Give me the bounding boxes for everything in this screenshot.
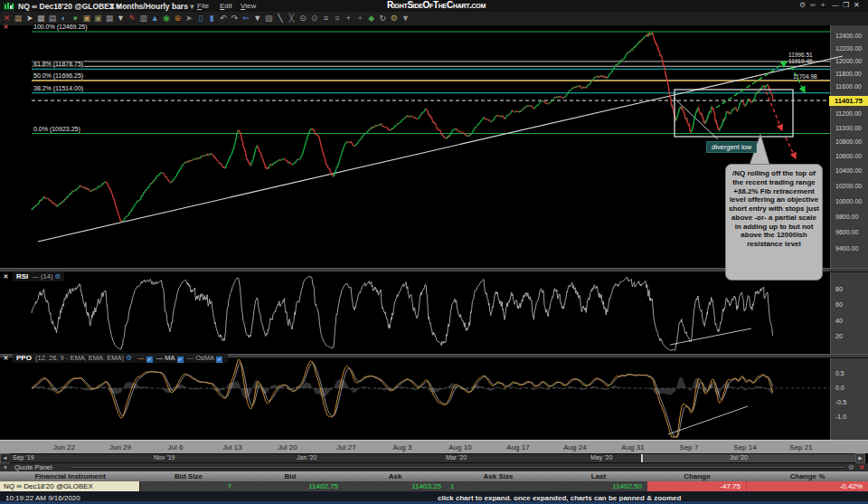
bars-icon[interactable]: ▥ — [138, 13, 148, 24]
rsi-settings-icon[interactable]: ⚙ — [55, 272, 61, 281]
close-price-pane-button[interactable]: ✕ — [2, 23, 10, 31]
last-price-tag: 11401.75 — [829, 96, 868, 106]
refresh-icon[interactable]: ↻ — [378, 13, 388, 24]
close-rsi-pane-button[interactable]: ✕ — [2, 272, 10, 281]
link-charts-icon[interactable]: ∞ — [810, 1, 816, 9]
quote-panel-titlebar[interactable]: ▾ Quote Panel ⚙ ✕ — [0, 463, 868, 471]
title-bar: NQ ∞ Dec18'20 @GLOBEX ▾ 3 Months/Hourly … — [0, 0, 868, 12]
quote-column-header[interactable]: Change — [647, 472, 747, 480]
trendline-icon[interactable]: ╲ — [275, 13, 285, 24]
rsi-header[interactable]: RSI — (14) ⚙ — [13, 271, 64, 281]
quote-column-header[interactable]: Bid Size — [140, 472, 237, 480]
ppo-checkbox[interactable]: ✓ — [146, 357, 153, 363]
price-tick-label: 9800.00 — [835, 214, 858, 220]
app-icon — [3, 2, 14, 11]
quote-last[interactable]: 11402.50 — [550, 481, 647, 491]
time-scrollbar[interactable]: ◄ Sep '19Nov '19Jan '20Mar '20May '20Jul… — [0, 453, 868, 463]
fib-level-label: 100.0% (12469.25) — [33, 24, 89, 30]
menu-view[interactable]: View — [241, 2, 256, 10]
price-tick-label: 12200.00 — [835, 45, 862, 52]
scroll-right-button[interactable]: ▶ — [855, 453, 865, 463]
quote-row[interactable]: NQ ∞ Dec18'20 @GLOBEX711402.7511403.2511… — [0, 481, 868, 491]
ppo-tick-label: 0.5 — [835, 370, 844, 376]
close-icon[interactable]: ✕ — [854, 1, 860, 9]
crossline-icon[interactable]: ╳ — [287, 13, 297, 24]
ppo-header[interactable]: PPO (12, 26, 9 - EMA, EMA, EMA) ⚙ —✓ — M… — [13, 353, 228, 363]
grid2-icon[interactable]: ▦ — [104, 13, 114, 24]
filter-icon[interactable]: ▼ — [252, 13, 262, 24]
quote-ask[interactable]: 11403.25 — [344, 481, 447, 491]
quote-bid-size[interactable]: 7 — [140, 481, 237, 491]
expand-v-icon[interactable]: + — [355, 13, 365, 24]
date-tick-label: Aug 10 — [448, 443, 471, 452]
quote-change-pct[interactable]: -0.42% — [747, 481, 868, 491]
wrench-icon[interactable]: ⚙ — [389, 13, 399, 24]
cursor2-icon[interactable]: ➤ — [184, 13, 194, 24]
folder2-icon[interactable]: ▣ — [93, 13, 103, 24]
date-tick-label: Jul 20 — [278, 443, 297, 452]
osma-checkbox[interactable]: ✓ — [216, 357, 222, 363]
mountain-icon[interactable]: ▲ — [150, 13, 160, 24]
quote-settings-icon[interactable]: ⚙ — [848, 463, 854, 471]
date-axis[interactable]: Jun 22Jun 29Jul 6Jul 13Jul 20Jul 27Aug 3… — [0, 440, 868, 454]
date-tick-label: Jun 29 — [109, 443, 131, 452]
zoom-out-icon[interactable]: ⊙ — [309, 13, 319, 24]
chart-tool-icon[interactable]: ▧ — [264, 13, 274, 24]
date-tick-label: Sep 14 — [733, 443, 756, 452]
quote-column-header[interactable]: Last — [550, 472, 647, 480]
shapes-icon[interactable]: ◆ — [366, 13, 376, 24]
redo-icon[interactable]: ↷ — [230, 13, 240, 24]
price-tick-label: 10800.00 — [835, 138, 862, 145]
ppo-pane[interactable] — [0, 357, 830, 440]
quote-instrument[interactable]: NQ ∞ Dec18'20 @GLOBEX — [0, 481, 140, 491]
chart-symbol-title[interactable]: NQ ∞ Dec18'20 @GLOBEX ▾ — [18, 2, 120, 11]
quote-bid[interactable]: 11402.75 — [237, 481, 344, 491]
date-tick-label: Jun 22 — [53, 443, 75, 452]
price-tick-label: 11800.00 — [835, 71, 862, 77]
date-tick-label: Jul 13 — [222, 443, 241, 452]
quote-change[interactable]: -47.75 — [647, 481, 747, 491]
menu-edit[interactable]: Edit — [220, 2, 232, 10]
scrollbar-thumb[interactable] — [641, 454, 855, 462]
expand-h-icon[interactable]: + — [344, 13, 354, 24]
ppo-settings-icon[interactable]: ⚙ — [126, 354, 132, 362]
quote-column-header[interactable]: Change % — [747, 472, 868, 480]
minimize-icon[interactable]: — — [832, 1, 839, 9]
back-icon[interactable]: ⇐ — [241, 13, 251, 24]
quote-close-icon[interactable]: ✕ — [859, 463, 864, 471]
menu-file[interactable]: File — [197, 2, 209, 10]
ppo-tick-label: -0.5 — [835, 399, 846, 405]
quote-column-header[interactable]: Financial Instrument — [0, 472, 140, 480]
divergent-low-label[interactable]: divergent low — [706, 141, 757, 153]
quote-ask-size[interactable]: 1 — [447, 481, 550, 491]
quote-column-header[interactable]: Ask — [344, 472, 447, 480]
undo-icon[interactable]: ↶ — [218, 13, 228, 24]
panel-blue-icon[interactable]: ▯ — [195, 13, 205, 24]
date-tick-label: Aug 31 — [621, 443, 644, 452]
price-tick-label: 12400.00 — [835, 33, 862, 39]
collapse-icon[interactable]: ▾ — [4, 463, 7, 471]
settings-gear-icon[interactable]: ⚙ — [799, 1, 806, 9]
rsi-pane[interactable] — [0, 271, 830, 354]
ma-checkbox[interactable]: ✓ — [177, 357, 184, 363]
annotate-icon[interactable]: ✎ — [127, 13, 137, 24]
ppo-tick-label: 0.0 — [835, 385, 844, 391]
dropdown-icon[interactable]: ▼ — [116, 13, 126, 24]
quote-column-header[interactable]: Ask Size — [447, 472, 550, 480]
maximize-icon[interactable]: ❒ — [843, 1, 849, 9]
snap-grid-icon[interactable]: ▦ — [14, 13, 24, 24]
pin-icon[interactable]: ⌖ — [821, 1, 826, 10]
quote-column-header[interactable]: Bid — [237, 472, 344, 480]
fib-retrace-icon[interactable]: ≡ — [321, 13, 331, 24]
date-tick-label: Jul 27 — [336, 443, 355, 452]
price-tick-label: 11200.00 — [835, 110, 862, 117]
timeframe-selector[interactable]: 3 Months/Hourly bars ▾ — [109, 2, 194, 11]
globe-icon[interactable]: ◉ — [161, 13, 171, 24]
fib-ext-icon[interactable]: ≡ — [332, 13, 342, 24]
panel-blue2-icon[interactable]: ▮ — [207, 13, 217, 24]
target-icon[interactable]: ⊕ — [173, 13, 183, 24]
close-ppo-pane-button[interactable]: ✕ — [2, 354, 10, 362]
annotation-bubble[interactable]: /NQ rolling off the top of the recent tr… — [725, 164, 823, 281]
zoom-in-icon[interactable]: ⊙ — [298, 13, 308, 24]
more-icon[interactable]: ▼ — [401, 13, 410, 24]
